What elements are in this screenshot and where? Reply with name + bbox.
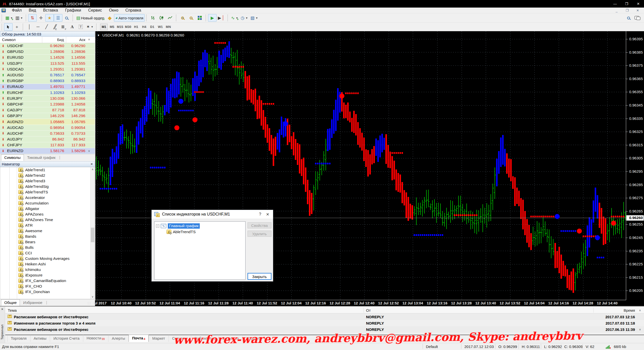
- navigator-item-accelerator[interactable]: ƒAccelerator: [0, 195, 95, 200]
- timeframe-button-m15[interactable]: M15: [116, 24, 124, 30]
- menu-item-окно[interactable]: Окно: [105, 8, 122, 13]
- scroll-down-icon[interactable]: ∨: [639, 328, 641, 331]
- cursor-tool-button[interactable]: [4, 23, 13, 31]
- chat-icon[interactable]: [634, 16, 640, 20]
- indicator-tree-list[interactable]: − ∿ Главный график ƒ AbleTrendTS: [154, 221, 246, 280]
- tree-row-main-chart[interactable]: − ∿ Главный график: [155, 223, 244, 229]
- bar-chart-style-button[interactable]: [149, 14, 157, 22]
- mail-row[interactable]: Изменения в расписании торгов 3 и 4 июля…: [5, 320, 644, 326]
- market-watch-scroll-down[interactable]: ∨: [87, 149, 91, 153]
- vertical-line-tool-button[interactable]: │: [25, 23, 34, 31]
- horizontal-line-tool-button[interactable]: ─: [34, 23, 42, 31]
- navigator-item-accumulation[interactable]: ƒAccumulation: [0, 200, 95, 206]
- column-symbol[interactable]: Символ: [0, 37, 42, 43]
- tab-тиковый-график[interactable]: Тиковый график: [24, 154, 59, 161]
- templates-button[interactable]: ▧▼: [249, 14, 259, 22]
- menu-item-графики[interactable]: Графики: [62, 8, 85, 13]
- menu-item-файл[interactable]: Файл: [8, 8, 25, 13]
- navigator-item-ichimoku[interactable]: ƒIchimoku: [0, 267, 95, 272]
- tree-row-indicator[interactable]: ƒ AbleTrendTS: [155, 229, 244, 235]
- timeframe-button-mn[interactable]: MN: [165, 24, 172, 30]
- terminal-tab-маркет[interactable]: Маркет: [149, 335, 169, 342]
- navigator-item-atr[interactable]: ƒATR: [0, 223, 95, 228]
- status-profile[interactable]: Default: [426, 344, 438, 349]
- toolbar-grip[interactable]: [72, 15, 74, 21]
- mail-row[interactable]: Расписание вебинаров от ИнстаФорексNOREP…: [5, 314, 644, 320]
- toolbar-grip[interactable]: [96, 24, 97, 30]
- child-close-button[interactable]: ✕: [632, 8, 643, 13]
- menu-item-справка[interactable]: Справка: [122, 8, 145, 13]
- market-watch-row-gbpchf[interactable]: ⬇GBPCHF1.239881.24058: [0, 101, 95, 107]
- periods-button[interactable]: ◷▼: [239, 14, 249, 22]
- terminal-tab-алерты[interactable]: Алерты: [108, 335, 129, 342]
- timeframe-button-d1[interactable]: D1: [148, 24, 156, 30]
- column-from[interactable]: От: [366, 308, 371, 312]
- market-watch-toggle-button[interactable]: ⇅: [28, 14, 37, 22]
- time-axis[interactable]: 12 Jul 201712 Jul 10:4012 Jul 10:5212 Ju…: [95, 300, 626, 306]
- market-watch-row-usdcad[interactable]: ⬇USDCAD1.293511.29381: [0, 66, 95, 72]
- delete-button[interactable]: Удалить: [248, 231, 271, 237]
- navigator-item-bands[interactable]: ƒBands: [0, 234, 95, 239]
- timeframe-button-m5[interactable]: M5: [108, 24, 116, 30]
- market-watch-row-eurjpy[interactable]: ⬇EURJPY130.036130.066: [0, 96, 95, 101]
- data-window-button[interactable]: ✛: [37, 14, 45, 22]
- zoom-out-button[interactable]: −: [187, 14, 195, 22]
- zoom-in-button[interactable]: +: [178, 14, 187, 22]
- main-chart-label[interactable]: Главный график: [168, 223, 200, 229]
- child-minimize-button[interactable]: _: [611, 8, 622, 13]
- scrollbar-thumb[interactable]: [91, 228, 94, 242]
- navigator-item-ifx_donchian[interactable]: ƒIFX_Donchian: [0, 289, 95, 295]
- toolbar-grip[interactable]: [26, 15, 27, 21]
- toolbar-grip[interactable]: [23, 24, 24, 30]
- market-watch-row-usdchf[interactable]: ⬇USDCHF0.962600.96290: [0, 43, 95, 49]
- navigator-item-alligator[interactable]: ƒAlligator: [0, 206, 95, 212]
- market-watch-row-audjpy[interactable]: ⬇AUDJPY86.84286.942: [0, 136, 95, 142]
- navigator-item-custom-moving-averages[interactable]: ƒCustom Moving Averages: [0, 256, 95, 261]
- navigator-item-awesome[interactable]: ƒAwesome: [0, 228, 95, 234]
- tile-windows-button[interactable]: [195, 14, 204, 22]
- auto-scroll-button[interactable]: ▶: [208, 14, 217, 22]
- navigator-item-apazones-time[interactable]: ƒAPAZones Time: [0, 217, 95, 223]
- market-watch-row-eurchf[interactable]: ⬆EURCHF1.102631.10293: [0, 90, 95, 96]
- navigator-item-bears[interactable]: ƒBears: [0, 239, 95, 245]
- navigator-item-bulls[interactable]: ƒBulls: [0, 245, 95, 250]
- menu-item-вид[interactable]: Вид: [25, 8, 39, 13]
- navigator-toggle-button[interactable]: ★: [45, 14, 54, 22]
- market-watch-scroll-up[interactable]: ∧: [87, 37, 91, 43]
- scroll-up-icon[interactable]: ∧: [91, 168, 95, 171]
- child-restore-button[interactable]: ❐: [622, 8, 632, 13]
- properties-button[interactable]: Свойства: [248, 222, 271, 228]
- column-time[interactable]: Время: [624, 308, 635, 312]
- navigator-item-abletrendts[interactable]: ƒAbleTrendTS: [0, 189, 95, 195]
- toolbar-grip[interactable]: [176, 15, 177, 21]
- line-chart-style-button[interactable]: [166, 14, 174, 22]
- market-watch-row-eurgbp[interactable]: ⬆EURGBP0.889030.88933: [0, 78, 95, 84]
- toolbar-grip[interactable]: [2, 15, 3, 21]
- menu-item-сервис[interactable]: Сервис: [85, 8, 105, 13]
- toolbar-grip[interactable]: [227, 15, 229, 21]
- market-watch-row-eurnzd[interactable]: ⬇EURNZD1.581761.58296∨: [0, 148, 95, 154]
- navigator-item-ifx_cho[interactable]: ƒIFX_CHO: [0, 284, 95, 289]
- dialog-help-button[interactable]: ?: [256, 212, 264, 217]
- indicator-label[interactable]: AbleTrendTS: [173, 230, 196, 234]
- window-close-button[interactable]: ✕: [632, 0, 644, 8]
- tab-избранное[interactable]: Избранное: [20, 299, 46, 306]
- navigator-item-ifx_camarilliaequation[interactable]: ƒIFX_CamarilliaEquation: [0, 278, 95, 284]
- price-axis[interactable]: 0.963950.963850.963750.963650.963550.963…: [626, 31, 644, 300]
- navigator-item-abletrend2[interactable]: ƒAbleTrend2: [0, 173, 95, 178]
- window-minimize-button[interactable]: —: [609, 0, 621, 8]
- menu-item-вставка[interactable]: Вставка: [39, 8, 61, 13]
- new-order-button[interactable]: ▤+ Новый ордер: [75, 14, 105, 22]
- timeframe-button-h4[interactable]: H4: [140, 24, 148, 30]
- terminal-tab-активы[interactable]: Активы: [30, 335, 50, 342]
- terminal-tab-новости[interactable]: Новости99: [83, 335, 108, 342]
- profiles-button[interactable]: ▥▼: [14, 14, 24, 22]
- column-ask[interactable]: Аск: [66, 37, 87, 43]
- toolbar-grip[interactable]: [206, 15, 207, 21]
- timeframe-button-w1[interactable]: W1: [156, 24, 164, 30]
- terminal-tab-торговля[interactable]: Торговля: [7, 335, 30, 342]
- column-subject[interactable]: Тема: [8, 308, 17, 312]
- terminal-close-icon[interactable]: ✕: [1, 307, 4, 311]
- timeframe-button-m30[interactable]: M30: [124, 24, 132, 30]
- crosshair-tool-button[interactable]: ＋: [13, 23, 21, 31]
